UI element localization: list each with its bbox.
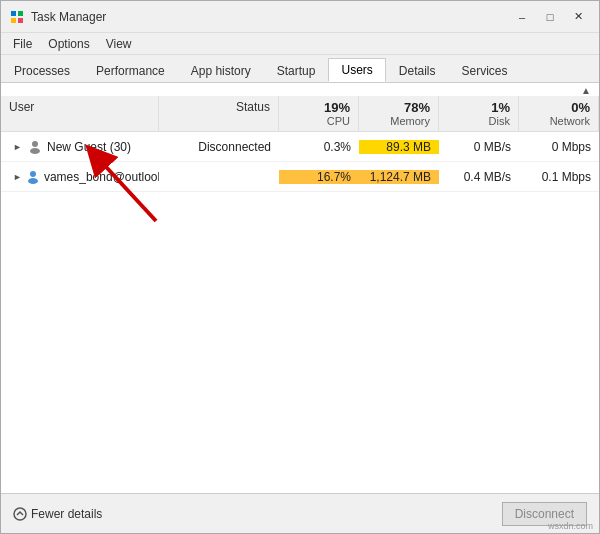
- user-name-1: New Guest (30): [47, 140, 131, 154]
- user-icon-1: [27, 139, 43, 155]
- menu-bar: File Options View: [1, 33, 599, 55]
- fewer-details-label: Fewer details: [31, 507, 102, 521]
- col-memory-pct: 78%: [367, 100, 430, 115]
- sort-arrow-icon: ▲: [581, 85, 591, 96]
- table-row[interactable]: ► New Guest (30) Disconnected 0.3% 89.3 …: [1, 132, 599, 162]
- col-memory[interactable]: 78% Memory: [359, 96, 439, 131]
- table-header: User Status 19% CPU 78% Memory 1% Disk 0…: [1, 96, 599, 132]
- memory-cell-1: 89.3 MB: [359, 140, 439, 154]
- window-title: Task Manager: [31, 10, 509, 24]
- menu-file[interactable]: File: [5, 35, 40, 53]
- table-row[interactable]: ► vames_bond@outlook.com ... 16.7% 1,124…: [1, 162, 599, 192]
- network-cell-1: 0 Mbps: [519, 140, 599, 154]
- cpu-cell-1: 0.3%: [279, 140, 359, 154]
- cpu-cell-2: 16.7%: [279, 170, 359, 184]
- user-cell-1: ► New Guest (30): [1, 139, 159, 155]
- col-disk-pct: 1%: [447, 100, 510, 115]
- col-network-pct: 0%: [527, 100, 590, 115]
- fewer-details-button[interactable]: Fewer details: [13, 507, 102, 521]
- menu-view[interactable]: View: [98, 35, 140, 53]
- memory-cell-2: 1,124.7 MB: [359, 170, 439, 184]
- user-cell-2: ► vames_bond@outlook.com ...: [1, 169, 159, 185]
- svg-point-8: [14, 508, 26, 520]
- minimize-button[interactable]: –: [509, 7, 535, 27]
- svg-rect-2: [11, 18, 16, 23]
- tab-bar: Processes Performance App history Startu…: [1, 55, 599, 83]
- app-icon: [9, 9, 25, 25]
- disk-cell-2: 0.4 MB/s: [439, 170, 519, 184]
- col-cpu[interactable]: 19% CPU: [279, 96, 359, 131]
- svg-point-5: [30, 148, 40, 154]
- col-status[interactable]: Status: [159, 96, 279, 131]
- maximize-button[interactable]: □: [537, 7, 563, 27]
- col-network[interactable]: 0% Network: [519, 96, 599, 131]
- col-disk[interactable]: 1% Disk: [439, 96, 519, 131]
- svg-point-4: [32, 141, 38, 147]
- svg-rect-1: [18, 11, 23, 16]
- col-disk-label: Disk: [447, 115, 510, 127]
- network-cell-2: 0.1 Mbps: [519, 170, 599, 184]
- table-body: ► New Guest (30) Disconnected 0.3% 89.3 …: [1, 132, 599, 493]
- status-cell-1: Disconnected: [159, 140, 279, 154]
- col-status-label: Status: [236, 100, 270, 114]
- disconnect-button[interactable]: Disconnect: [502, 502, 587, 526]
- svg-rect-3: [18, 18, 23, 23]
- user-name-2: vames_bond@outlook.com ...: [44, 170, 159, 184]
- svg-point-6: [30, 171, 36, 177]
- window-controls: – □ ✕: [509, 7, 591, 27]
- col-cpu-label: CPU: [287, 115, 350, 127]
- tab-services[interactable]: Services: [449, 58, 521, 82]
- table-area: User Status 19% CPU 78% Memory 1% Disk 0…: [1, 96, 599, 493]
- expand-icon-2[interactable]: ►: [13, 172, 22, 182]
- tab-processes[interactable]: Processes: [1, 58, 83, 82]
- fewer-details-icon: [13, 507, 27, 521]
- menu-options[interactable]: Options: [40, 35, 97, 53]
- tab-details[interactable]: Details: [386, 58, 449, 82]
- col-network-label: Network: [527, 115, 590, 127]
- col-user-label: User: [9, 100, 34, 114]
- svg-rect-0: [11, 11, 16, 16]
- user-icon-2: [26, 169, 40, 185]
- expand-icon-1[interactable]: ►: [13, 142, 23, 152]
- tab-startup[interactable]: Startup: [264, 58, 329, 82]
- tab-users[interactable]: Users: [328, 58, 385, 82]
- sort-indicator: ▲: [1, 83, 599, 96]
- col-memory-label: Memory: [367, 115, 430, 127]
- col-cpu-pct: 19%: [287, 100, 350, 115]
- tab-performance[interactable]: Performance: [83, 58, 178, 82]
- disk-cell-1: 0 MB/s: [439, 140, 519, 154]
- bottom-bar: Fewer details Disconnect: [1, 493, 599, 533]
- title-bar: Task Manager – □ ✕: [1, 1, 599, 33]
- close-button[interactable]: ✕: [565, 7, 591, 27]
- tab-app-history[interactable]: App history: [178, 58, 264, 82]
- svg-point-7: [28, 178, 38, 184]
- col-user[interactable]: User: [1, 96, 159, 131]
